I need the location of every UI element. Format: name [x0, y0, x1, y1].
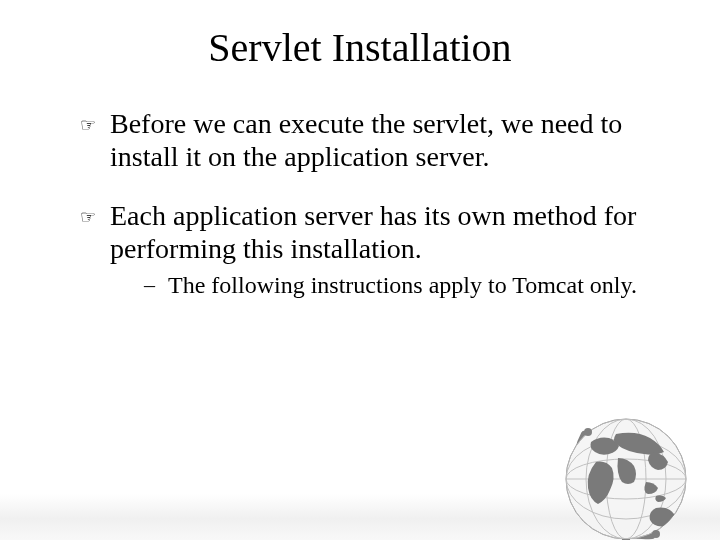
bullet-item: ☞ Before we can execute the servlet, we … — [80, 107, 664, 173]
pointing-hand-icon: ☞ — [80, 111, 96, 139]
bullet-item: ☞ Each application server has its own me… — [80, 199, 664, 300]
bullet-text: Each application server has its own meth… — [110, 200, 636, 264]
slide-body: ☞ Before we can execute the servlet, we … — [0, 107, 720, 300]
dash-icon: – — [144, 271, 155, 299]
pointing-hand-icon: ☞ — [80, 203, 96, 231]
svg-point-11 — [652, 530, 660, 538]
sub-bullet-item: – The following instructions apply to To… — [110, 271, 664, 300]
sub-bullet-text: The following instructions apply to Tomc… — [168, 272, 637, 298]
slide: Servlet Installation ☞ Before we can exe… — [0, 24, 720, 540]
bullet-text: Before we can execute the servlet, we ne… — [110, 108, 622, 172]
globe-icon — [506, 404, 706, 540]
svg-point-10 — [584, 428, 592, 436]
slide-title: Servlet Installation — [0, 24, 720, 71]
